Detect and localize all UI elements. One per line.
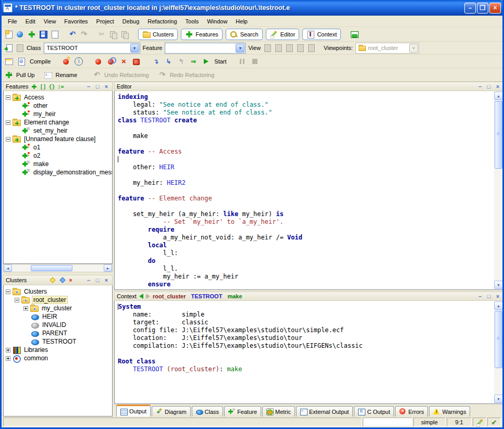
save-icon[interactable] [39,30,47,39]
new-feature-icon[interactable] [31,83,37,90]
menu-edit[interactable]: Edit [21,17,40,26]
class-combo-arrow-icon[interactable]: ▼ [130,44,139,53]
menu-refactoring[interactable]: Refactoring [143,17,181,26]
clusters-close-icon[interactable]: × [103,276,110,284]
feature-clauses-icon[interactable]: [] [40,84,46,90]
finalize-icon[interactable] [107,57,115,66]
clusters-tool-button[interactable]: Clusters [138,29,178,40]
title-bar[interactable]: * TESTROOT in cluster root_cluster locat… [0,0,504,16]
menu-view[interactable]: View [40,17,60,26]
editor-maximize-icon[interactable]: □ [485,83,493,90]
editor-minimize-icon[interactable]: – [476,83,484,90]
remove-item-icon[interactable]: × [69,277,72,283]
pull-up-icon[interactable] [5,71,13,79]
collapse-all-icon[interactable] [50,277,56,283]
menu-file[interactable]: File [4,17,21,26]
context-close-icon[interactable]: × [494,293,501,300]
tree-item-root-cluster[interactable]: root_cluster [4,296,112,304]
menu-project[interactable]: Project [92,17,118,26]
ready-state-cell[interactable]: ✔ [487,418,501,426]
rename-icon[interactable] [44,71,52,79]
editor-scroll-thumb[interactable] [495,101,502,169]
c-compilation-icon[interactable] [132,57,140,66]
clusters-minimize-icon[interactable]: – [85,276,92,284]
compile-icon[interactable] [17,57,26,66]
tree-item-libraries[interactable]: Libraries [4,346,112,354]
tree-item-access[interactable]: Access [4,93,112,102]
collapse-icon[interactable] [6,137,10,142]
tab-metric[interactable]: Metric [262,406,295,417]
feature-assigner-icon[interactable]: := [58,84,64,90]
tree-item-element-change[interactable]: Element change [4,118,112,127]
tree-item-make[interactable]: make [4,160,112,168]
pull-up-label[interactable]: Pull Up [16,72,34,78]
editor-text-area[interactable]: indexing legal: "See notice at end of cl… [114,91,504,290]
editor-close-icon[interactable]: × [494,83,501,90]
scroll-up-icon[interactable]: ▲ [494,301,503,310]
features-tree-area[interactable]: Accessothermy_heirElement changeset_my_h… [3,91,113,264]
tree-item-my-heir[interactable]: my_heir [4,110,112,118]
compile-label[interactable]: Compile [30,58,51,65]
tab-output[interactable]: Output [116,405,151,417]
history-back-icon[interactable] [139,294,143,299]
tree-item-my-cluster[interactable]: my_cluster [4,304,112,312]
step-over-icon[interactable]: ↳ [164,57,173,66]
search-tool-button[interactable]: Search [226,29,263,40]
context-vertical-scrollbar[interactable]: ▲ ▼ [494,301,503,403]
tree-item--unnamed-feature-clause-[interactable]: [Unnamed feature clause] [4,135,112,143]
tree-item-set-my-heir[interactable]: set_my_heir [4,127,112,135]
profile-icon[interactable] [350,30,359,39]
feature-braces-icon[interactable]: {} [48,84,55,90]
context-text-area[interactable]: System name: simple target: classic conf… [114,301,504,404]
rename-label[interactable]: Rename [55,72,77,78]
expand-all-icon[interactable] [60,277,66,283]
feature-combo-arrow-icon[interactable]: ▼ [236,44,244,53]
find-class-icon[interactable] [75,276,82,284]
menu-window[interactable]: Window [203,17,231,26]
tree-item-invalid[interactable]: INVALID [4,321,112,329]
expand-icon[interactable] [6,356,10,361]
menu-debug[interactable]: Debug [118,17,143,26]
tree-item-o2[interactable]: o2 [4,152,112,160]
tab-external-output[interactable]: External Output [296,406,353,417]
features-scroll-thumb[interactable] [31,265,72,271]
breadcrumb-root_cluster[interactable]: root_cluster [153,293,186,299]
freeze-icon[interactable] [94,57,103,66]
collapse-icon[interactable] [6,289,10,294]
features-maximize-icon[interactable]: □ [94,83,101,90]
open-project-icon[interactable] [16,30,24,39]
tab-class[interactable]: Class [192,406,224,417]
breadcrumb-testroot[interactable]: TESTROOT [191,293,223,299]
class-combo[interactable]: TESTROOT ▼ [44,43,140,54]
context-scroll-thumb[interactable] [495,311,502,368]
features-tool-button[interactable]: Features [181,29,222,40]
context-minimize-icon[interactable]: – [476,293,484,300]
cancel-compile-icon[interactable] [119,57,128,66]
context-tool-button[interactable]: Context [302,29,341,40]
tree-item-parent[interactable]: PARENT [4,329,112,337]
features-minimize-icon[interactable]: – [85,83,92,90]
scroll-left-icon[interactable]: ◄ [4,264,12,272]
tab-errors[interactable]: Errors [395,406,428,417]
minimize-button[interactable]: – [464,3,476,14]
tree-item-display-demonstration-messa[interactable]: display_demonstration_messa [4,168,112,176]
editor-tool-button[interactable]: Editor [266,29,300,40]
scroll-down-icon[interactable]: ▼ [494,395,503,403]
menu-help[interactable]: Help [231,17,252,26]
menu-favorites[interactable]: Favorites [60,17,92,26]
new-window-icon[interactable] [5,30,13,39]
collapse-icon[interactable] [15,298,19,302]
edit-mode-cell[interactable] [473,418,486,426]
tab-feature[interactable]: Feature [224,406,261,417]
tree-item-o1[interactable]: o1 [4,143,112,152]
feature-combo[interactable]: ▼ [165,43,245,54]
scroll-up-icon[interactable]: ▲ [494,92,503,100]
add-library-icon[interactable] [39,276,46,284]
new-item-icon[interactable] [28,30,36,39]
tree-item-other[interactable]: other [4,102,112,110]
tree-item-heir[interactable]: HEIR [4,312,112,321]
tree-item-testroot[interactable]: TESTROOT [4,337,112,346]
undo-icon[interactable]: ↶ [68,30,77,39]
maximize-button[interactable]: ❐ [477,3,488,14]
tree-item-common[interactable]: common [4,354,112,362]
